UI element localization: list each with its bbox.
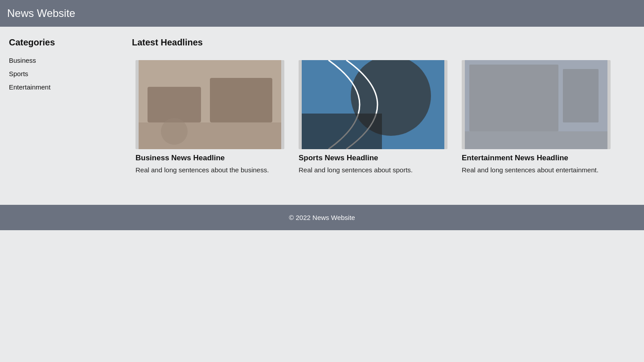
article-image xyxy=(135,60,284,149)
article-body: Real and long sentences about sports. xyxy=(299,166,447,174)
article-body: Real and long sentences about entertainm… xyxy=(462,166,611,174)
footer-text: © 2022 News Website xyxy=(289,214,355,221)
svg-rect-12 xyxy=(465,131,607,149)
svg-rect-10 xyxy=(563,69,599,122)
svg-rect-1 xyxy=(148,87,201,122)
sidebar-item: Business xyxy=(9,57,116,65)
site-header: News Website xyxy=(0,0,644,27)
svg-rect-9 xyxy=(469,65,558,131)
article-headline: Sports News Headline xyxy=(299,154,447,163)
sidebar-link[interactable]: Sports xyxy=(9,70,28,77)
svg-rect-2 xyxy=(210,78,272,122)
article-image xyxy=(299,60,447,149)
sidebar-item: Entertainment xyxy=(9,83,116,91)
svg-rect-7 xyxy=(302,114,382,149)
sidebar: Categories BusinessSportsEntertainment xyxy=(0,27,125,205)
article-headline: Entertainment News Headline xyxy=(462,154,611,163)
article-card: Sports News HeadlineReal and long senten… xyxy=(295,57,451,181)
svg-rect-4 xyxy=(139,122,281,149)
site-title: News Website xyxy=(7,7,637,20)
article-card: Business News HeadlineReal and long sent… xyxy=(132,57,288,181)
site-footer: © 2022 News Website xyxy=(0,205,644,230)
sidebar-link[interactable]: Entertainment xyxy=(9,83,50,91)
article-card: Entertainment News HeadlineReal and long… xyxy=(458,57,614,181)
articles-grid: Business News HeadlineReal and long sent… xyxy=(132,57,637,181)
sidebar-link[interactable]: Business xyxy=(9,57,36,64)
article-image xyxy=(462,60,611,149)
main-heading: Latest Headlines xyxy=(132,37,637,48)
sidebar-nav: BusinessSportsEntertainment xyxy=(9,57,116,91)
article-body: Real and long sentences about the busine… xyxy=(135,166,284,174)
article-headline: Business News Headline xyxy=(135,154,284,163)
main-content: Latest Headlines Business News HeadlineR… xyxy=(125,27,644,205)
sidebar-item: Sports xyxy=(9,70,116,78)
sidebar-heading: Categories xyxy=(9,37,116,48)
